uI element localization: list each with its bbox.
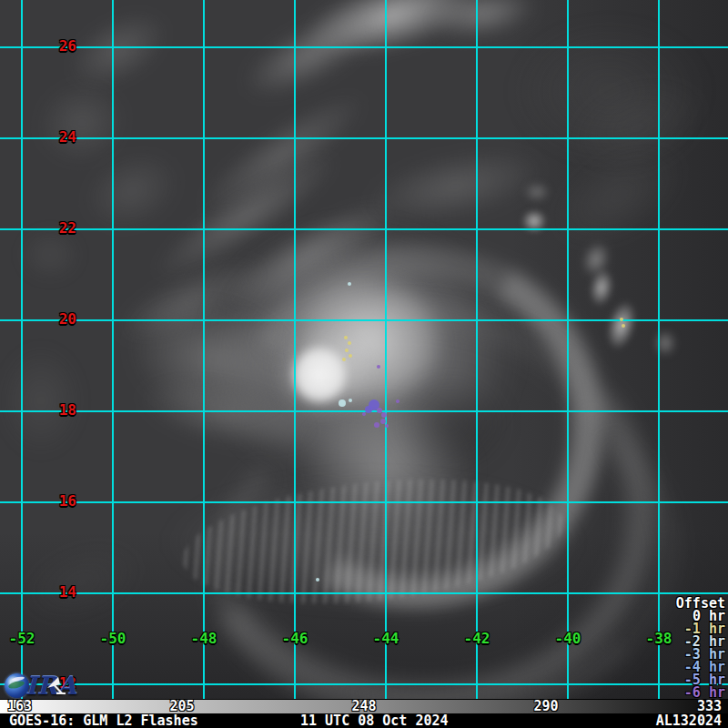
lon-label: -44 [354, 632, 418, 646]
colorbar-tick: 290 [533, 700, 558, 713]
grid-line-lat [0, 501, 728, 503]
lon-label: -50 [81, 632, 145, 646]
storm-id: AL132024 [656, 713, 722, 728]
cloud-blob [0, 346, 82, 455]
cloud-blob [425, 0, 541, 46]
cloud-shadow [391, 373, 510, 473]
flash-dot [348, 282, 351, 286]
colorbar-tick: 333 [697, 700, 722, 713]
satellite-product-frame: 2624222018161412-52-50-48-46-44-42-40-38… [0, 0, 728, 728]
flash-dot [344, 336, 348, 339]
lon-label: -42 [445, 632, 509, 646]
grid-line-lat [0, 137, 728, 139]
flash-dot [385, 424, 389, 428]
flash-dot [374, 422, 379, 428]
cloud-blob [289, 344, 349, 406]
flash-dot [342, 358, 346, 361]
lat-label: 16 [22, 494, 76, 509]
lon-label: -40 [536, 632, 600, 646]
colorbar: 163205248290333 [0, 699, 728, 713]
grid-line-lat [0, 319, 728, 321]
grid-line-lat [0, 228, 728, 230]
flash-dot [380, 419, 386, 424]
flash-dot [396, 399, 399, 403]
flash-dot [381, 412, 387, 418]
colorbar-tick: 205 [169, 700, 194, 713]
lat-label: 24 [22, 130, 76, 145]
flash-dot [622, 324, 625, 328]
cira-logo: IRA [2, 672, 88, 699]
flash-dot [348, 341, 351, 345]
cloud-blob [653, 329, 677, 357]
flash-dot [620, 318, 623, 321]
flash-dot [362, 412, 366, 416]
lat-label: 22 [22, 221, 76, 236]
colorbar-tick: 163 [7, 700, 32, 713]
grid-line-lat [0, 592, 728, 594]
cloud-blob [10, 526, 155, 638]
cloud-blob [523, 182, 551, 202]
timestamp: 11 UTC 08 Oct 2024 [300, 713, 449, 728]
lat-label: 20 [22, 312, 76, 327]
flash-dot [377, 365, 380, 369]
flash-dot [345, 349, 349, 352]
map-area: 2624222018161412-52-50-48-46-44-42-40-38… [0, 0, 728, 699]
lat-label: 14 [22, 585, 76, 600]
lon-label: -46 [263, 632, 327, 646]
satellite-dish-icon [44, 675, 67, 697]
lat-label: 26 [22, 39, 76, 54]
status-bar: GOES-16: GLM L2 Flashes 11 UTC 08 Oct 20… [0, 713, 728, 728]
flash-dot [365, 406, 372, 413]
product-title: GOES-16: GLM L2 Flashes [9, 713, 198, 728]
colorbar-tick: 248 [351, 700, 376, 713]
grid-line-lat [0, 683, 728, 685]
lon-label: -52 [0, 632, 54, 646]
flash-dot [349, 399, 352, 402]
flash-dot [339, 399, 346, 407]
grid-line-lat [0, 46, 728, 48]
flash-dot [316, 578, 319, 581]
lat-label: 18 [22, 403, 76, 418]
lon-label: -48 [172, 632, 236, 646]
flash-dot [349, 354, 352, 358]
offset-legend-item: -6 hr [676, 686, 725, 699]
offset-legend: Offset 0 hr-1 hr-2 hr-3 hr-4 hr-5 hr-6 h… [676, 597, 725, 699]
